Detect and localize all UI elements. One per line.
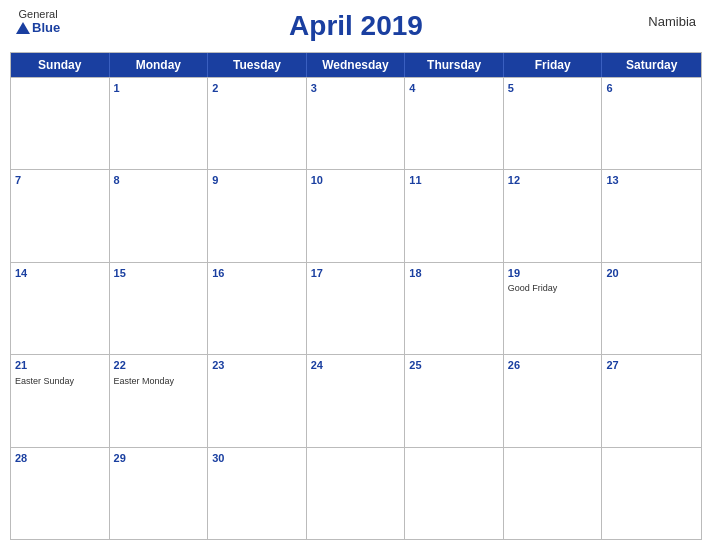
logo-general: General: [19, 8, 58, 20]
day-cell: 22Easter Monday: [110, 355, 209, 446]
day-number: 17: [311, 266, 401, 281]
day-number: 3: [311, 81, 401, 96]
day-number: 23: [212, 358, 302, 373]
day-cell: 15: [110, 263, 209, 354]
day-number: 2: [212, 81, 302, 96]
day-cell: 6: [602, 78, 701, 169]
day-cell: 5: [504, 78, 603, 169]
day-number: 19: [508, 266, 598, 281]
logo-blue: Blue: [16, 20, 60, 35]
day-number: 29: [114, 451, 204, 466]
day-cell: [405, 448, 504, 539]
day-cell: 26: [504, 355, 603, 446]
week-row-4: 21Easter Sunday22Easter Monday2324252627: [11, 354, 701, 446]
day-cell: 13: [602, 170, 701, 261]
logo: General Blue: [16, 8, 60, 35]
calendar-header: General Blue April 2019 Namibia: [0, 0, 712, 46]
week-row-2: 78910111213: [11, 169, 701, 261]
day-number: 22: [114, 358, 204, 373]
day-number: 27: [606, 358, 697, 373]
day-number: 4: [409, 81, 499, 96]
day-cell: 2: [208, 78, 307, 169]
day-cell: [307, 448, 406, 539]
day-number: 11: [409, 173, 499, 188]
day-number: 26: [508, 358, 598, 373]
day-number: 8: [114, 173, 204, 188]
day-cell: 14: [11, 263, 110, 354]
day-header-thursday: Thursday: [405, 53, 504, 77]
day-cell: 19Good Friday: [504, 263, 603, 354]
day-header-saturday: Saturday: [602, 53, 701, 77]
day-cell: 30: [208, 448, 307, 539]
day-cell: 27: [602, 355, 701, 446]
day-header-friday: Friday: [504, 53, 603, 77]
day-number: 20: [606, 266, 697, 281]
day-cell: 4: [405, 78, 504, 169]
holiday-label: Easter Monday: [114, 376, 204, 387]
day-cell: 18: [405, 263, 504, 354]
day-cell: 3: [307, 78, 406, 169]
day-number: 7: [15, 173, 105, 188]
day-number: 24: [311, 358, 401, 373]
day-number: 15: [114, 266, 204, 281]
calendar-grid: SundayMondayTuesdayWednesdayThursdayFrid…: [10, 52, 702, 540]
day-cell: 16: [208, 263, 307, 354]
day-cell: 24: [307, 355, 406, 446]
day-cell: 25: [405, 355, 504, 446]
week-row-3: 141516171819Good Friday20: [11, 262, 701, 354]
page-title: April 2019: [289, 10, 423, 42]
day-cell: [11, 78, 110, 169]
day-cell: 29: [110, 448, 209, 539]
holiday-label: Easter Sunday: [15, 376, 105, 387]
day-header-wednesday: Wednesday: [307, 53, 406, 77]
day-header-tuesday: Tuesday: [208, 53, 307, 77]
day-number: 1: [114, 81, 204, 96]
day-cell: [504, 448, 603, 539]
day-number: 9: [212, 173, 302, 188]
day-number: 25: [409, 358, 499, 373]
day-cell: 21Easter Sunday: [11, 355, 110, 446]
day-cell: 11: [405, 170, 504, 261]
day-number: 21: [15, 358, 105, 373]
day-cell: 1: [110, 78, 209, 169]
day-cell: 8: [110, 170, 209, 261]
day-cell: [602, 448, 701, 539]
day-header-monday: Monday: [110, 53, 209, 77]
day-cell: 23: [208, 355, 307, 446]
day-number: 12: [508, 173, 598, 188]
weeks-container: 12345678910111213141516171819Good Friday…: [11, 77, 701, 539]
holiday-label: Good Friday: [508, 283, 598, 294]
week-row-5: 282930: [11, 447, 701, 539]
day-number: 5: [508, 81, 598, 96]
day-number: 6: [606, 81, 697, 96]
logo-triangle-icon: [16, 22, 30, 34]
day-number: 28: [15, 451, 105, 466]
day-cell: 12: [504, 170, 603, 261]
calendar-page: General Blue April 2019 Namibia SundayMo…: [0, 0, 712, 550]
day-header-sunday: Sunday: [11, 53, 110, 77]
day-cell: 9: [208, 170, 307, 261]
day-number: 30: [212, 451, 302, 466]
day-headers-row: SundayMondayTuesdayWednesdayThursdayFrid…: [11, 53, 701, 77]
day-number: 16: [212, 266, 302, 281]
day-number: 18: [409, 266, 499, 281]
country-label: Namibia: [648, 14, 696, 29]
day-cell: 17: [307, 263, 406, 354]
day-cell: 7: [11, 170, 110, 261]
day-cell: 28: [11, 448, 110, 539]
day-cell: 20: [602, 263, 701, 354]
day-number: 14: [15, 266, 105, 281]
day-number: 10: [311, 173, 401, 188]
day-number: 13: [606, 173, 697, 188]
day-cell: 10: [307, 170, 406, 261]
week-row-1: 123456: [11, 77, 701, 169]
